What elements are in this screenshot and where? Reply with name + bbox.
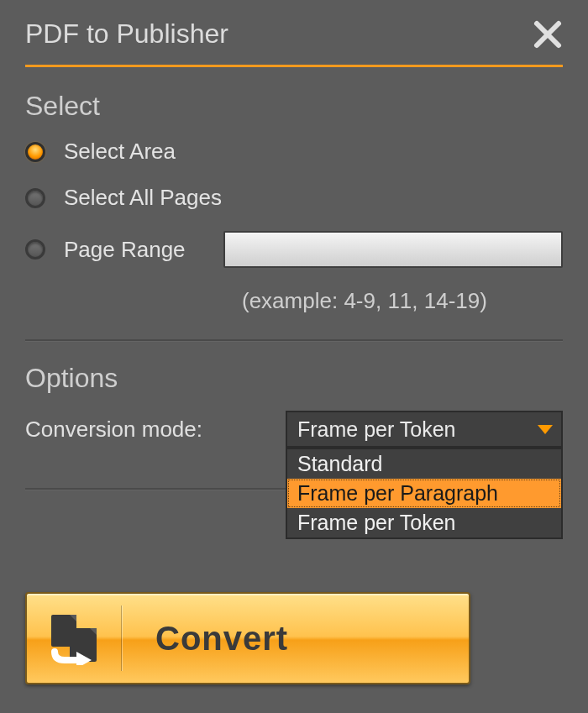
page-range-input[interactable]	[223, 231, 563, 268]
title-divider	[25, 65, 563, 67]
close-button[interactable]	[533, 19, 563, 50]
convert-icon	[27, 611, 121, 665]
titlebar: PDF to Publisher	[25, 0, 563, 65]
dropdown-item-standard[interactable]: Standard	[287, 449, 561, 479]
close-icon	[533, 19, 563, 50]
radio-select-all-pages[interactable]	[25, 188, 45, 208]
radio-select-area-row[interactable]: Select Area	[25, 139, 563, 165]
convert-button-label: Convert	[122, 620, 469, 658]
convert-button[interactable]: Convert	[25, 592, 470, 684]
dropdown-item-frame-per-token[interactable]: Frame per Token	[287, 508, 561, 537]
conversion-mode-select[interactable]: Frame per Token	[286, 411, 563, 448]
conversion-mode-label: Conversion mode:	[25, 417, 286, 443]
radio-select-area-label: Select Area	[64, 139, 176, 165]
dropdown-item-frame-per-paragraph[interactable]: Frame per Paragraph	[287, 479, 561, 508]
section-divider-1	[25, 339, 563, 341]
pdf-to-publisher-dialog: PDF to Publisher Select Select Area Sele…	[0, 0, 588, 713]
conversion-mode-value: Frame per Token	[297, 417, 456, 442]
radio-select-all-pages-row[interactable]: Select All Pages	[25, 185, 563, 211]
radio-page-range-row[interactable]: Page Range	[25, 231, 563, 268]
conversion-mode-row: Conversion mode: Frame per Token Standar…	[25, 411, 563, 448]
radio-page-range[interactable]	[25, 239, 45, 260]
select-heading: Select	[25, 91, 563, 122]
radio-select-all-pages-label: Select All Pages	[64, 185, 222, 211]
chevron-down-icon	[538, 425, 553, 434]
radio-select-area[interactable]	[25, 142, 45, 162]
dialog-title: PDF to Publisher	[25, 18, 228, 50]
radio-page-range-label: Page Range	[64, 237, 215, 263]
page-range-example: (example: 4-9, 11, 14-19)	[242, 288, 563, 314]
conversion-mode-select-wrap: Frame per Token Standard Frame per Parag…	[286, 411, 563, 448]
conversion-mode-dropdown: Standard Frame per Paragraph Frame per T…	[286, 448, 563, 539]
options-heading: Options	[25, 363, 563, 394]
